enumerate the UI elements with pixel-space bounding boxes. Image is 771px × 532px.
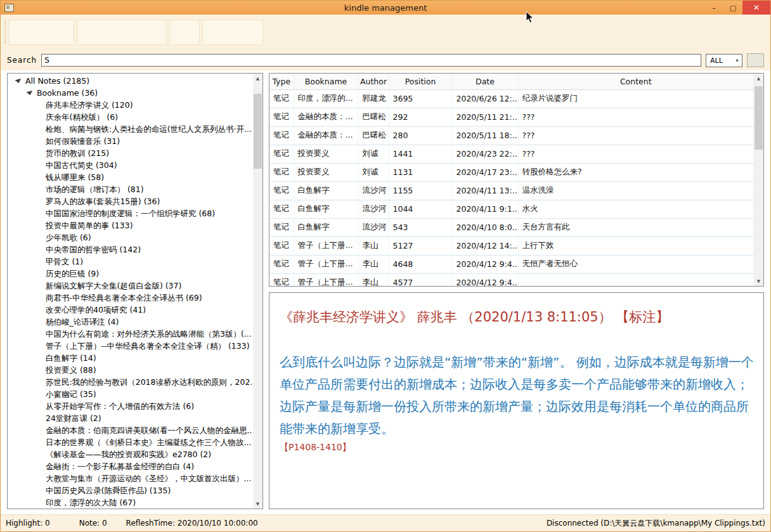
- tree-scrollbar-thumb[interactable]: [254, 94, 262, 169]
- column-header[interactable]: Content: [518, 74, 754, 89]
- table-cell: 笔记: [269, 126, 294, 145]
- table-row[interactable]: 笔记白鱼解字流沙河11552020/4/11 13:...温水洗澡: [269, 181, 754, 200]
- tree-item[interactable]: 枪炮、病菌与钢铁:人类社会的命运(世纪人文系列丛书·开...: [9, 123, 252, 135]
- column-header[interactable]: Type: [269, 74, 294, 89]
- table-row[interactable]: 笔记金融的本质：...巴曙松2802020/5/11 18:...???: [269, 126, 754, 145]
- tree-item[interactable]: 中国为什么有前途：对外经济关系的战略潜能（第3版）(...: [9, 328, 252, 340]
- tree-item[interactable]: 改变心理学的40项研究 (41): [9, 304, 252, 316]
- tree-item[interactable]: 投资中最简单的事 (133): [9, 219, 252, 231]
- toolbar-button-4[interactable]: [202, 20, 263, 45]
- table-cell: 笔记: [269, 145, 294, 163]
- table-cell: 流沙河: [358, 200, 389, 218]
- tree-item[interactable]: 市场的逻辑（增订本） (81): [9, 183, 252, 195]
- filter-dropdown-value: ALL: [710, 56, 723, 65]
- close-button[interactable]: ✕: [742, 1, 770, 15]
- table-cell: 李山: [358, 237, 389, 255]
- table-cell: 1441: [389, 145, 452, 163]
- column-header[interactable]: Bookname: [294, 74, 358, 89]
- tree-item[interactable]: 中国国家治理的制度逻辑：一个组织学研究 (68): [9, 207, 252, 219]
- table-row[interactable]: 笔记金融的本质：...巴曙松2922020/5/11 21:...???: [269, 108, 754, 126]
- table-cell: 巴曙松: [358, 108, 389, 126]
- table-cell: 2020/4/23 22:...: [452, 145, 518, 163]
- tree-item[interactable]: 金融街：一个影子私募基金经理的自白 (4): [9, 460, 252, 472]
- tree-scrollbar[interactable]: ▲ ▼: [253, 74, 262, 509]
- tree-item[interactable]: 杨伯峻_论语译注 (4): [9, 316, 252, 328]
- tree-item[interactable]: 薛兆丰经济学讲义 (120): [9, 99, 252, 111]
- scroll-down-icon[interactable]: ▼: [754, 276, 763, 286]
- tree-item[interactable]: 甲骨文 (1): [9, 256, 252, 268]
- tree-item[interactable]: 罗马人的故事(套装共15册) (36): [9, 195, 252, 207]
- table-row[interactable]: 笔记白鱼解字流沙河5432020/4/10 8:0...天台方言有此: [269, 218, 754, 237]
- tree-item[interactable]: 货币的教训 (215): [9, 147, 252, 159]
- tree-item[interactable]: 白鱼解字 (14): [9, 352, 252, 364]
- filter-dropdown[interactable]: ALL ▾: [706, 54, 742, 67]
- tree-item[interactable]: 《解读基金——我的投资观和实践》e2780 (2): [9, 448, 252, 460]
- table-scrollbar-thumb[interactable]: [755, 86, 763, 150]
- tree-item[interactable]: 中国古代简史 (304): [9, 159, 252, 171]
- table-cell: ???: [518, 108, 754, 126]
- tree-item[interactable]: 历史的巨镜 (9): [9, 268, 252, 280]
- tree-item[interactable]: 投资要义 (88): [9, 364, 252, 376]
- app-icon: [4, 4, 14, 12]
- tree-item[interactable]: 庆余年(精校版） (6): [9, 111, 252, 123]
- tree-item[interactable]: 从零开始学写作：个人增值的有效方法 (6): [9, 400, 252, 412]
- tree-item[interactable]: 少年凯歌 (6): [9, 231, 252, 243]
- window-title: kindle management: [1, 3, 770, 13]
- table-row[interactable]: 笔记管子（上下册...李山51272020/4/12 14:...上行下效: [269, 237, 754, 255]
- column-header[interactable]: Date: [452, 74, 518, 89]
- tree-item[interactable]: 日本的世界观（《剑桥日本史》主编凝练之作三个人物故...: [9, 436, 252, 448]
- tree-item[interactable]: 商君书-中华经典名著全本全注全译丛书 (69): [9, 292, 252, 304]
- note-detail-panel: 《薛兆丰经济学讲义》 薛兆丰 （2020/1/13 8:11:05） 【标注】 …: [269, 292, 764, 509]
- toolbar-button-1[interactable]: [8, 20, 74, 45]
- expander-icon[interactable]: [15, 78, 22, 83]
- table-row[interactable]: 笔记投资要义刘诚11312020/4/17 23:...转股价格怎么来?: [269, 163, 754, 181]
- book-tree: All Notes (2185) Bookname (36) 薛兆丰经济学讲义 …: [9, 75, 252, 507]
- maximize-button[interactable]: ▢: [723, 1, 742, 15]
- tree-root-label: All Notes (2185): [25, 76, 89, 86]
- expander-icon[interactable]: [26, 90, 33, 95]
- tree-item[interactable]: 中央帝国的哲学密码 (142): [9, 243, 252, 256]
- scroll-down-icon[interactable]: ▼: [253, 499, 262, 509]
- table-cell: 2020/5/11 21:...: [452, 108, 518, 126]
- table-row[interactable]: 笔记白鱼解字流沙河10442020/4/11 9:1...水火: [269, 200, 754, 218]
- table-row[interactable]: 笔记管子（上下册...李山45772020/4/12 9:4...: [269, 273, 754, 287]
- table-cell: 无恒产者无恒心: [518, 255, 754, 273]
- tree-item[interactable]: 小窗幽记 (35): [9, 388, 252, 400]
- tree-item[interactable]: 印度，漂浮的次大陆 (67): [9, 496, 252, 507]
- table-cell: 白鱼解字: [294, 200, 358, 218]
- tree-root-all-notes[interactable]: All Notes (2185): [9, 75, 252, 87]
- column-header[interactable]: Author: [358, 74, 389, 89]
- tree-item[interactable]: 24堂财富课 (2): [9, 412, 252, 424]
- book-tree-panel: All Notes (2185) Bookname (36) 薛兆丰经济学讲义 …: [7, 73, 263, 509]
- table-cell: 天台方言有此: [518, 218, 754, 237]
- table-scrollbar[interactable]: ▲ ▼: [754, 74, 763, 286]
- table-cell: 2020/4/12 9:4...: [452, 255, 518, 273]
- toolbar-button-3[interactable]: [169, 20, 200, 45]
- status-refresh-time: RefleshTime: 2020/10/10 10:00:00: [126, 519, 258, 528]
- search-input[interactable]: [41, 54, 701, 67]
- tree-item[interactable]: 中国历史风云录(陈舜臣作品) (135): [9, 484, 252, 496]
- tree-item[interactable]: 苏世民:我的经验与教训（2018读桥水达利欧的原则，202...: [9, 376, 252, 388]
- scroll-up-icon[interactable]: ▲: [754, 74, 763, 83]
- tree-item[interactable]: 如何假装懂音乐 (31): [9, 135, 252, 147]
- table-row[interactable]: 笔记投资要义刘诚14412020/4/23 22:...???: [269, 145, 754, 163]
- column-header[interactable]: Position: [389, 74, 452, 89]
- minimize-button[interactable]: –: [704, 1, 723, 15]
- toolbar-button-2[interactable]: [77, 20, 167, 45]
- table-header-row: TypeBooknameAuthorPositionDateContent: [269, 74, 754, 89]
- table-cell: 李山: [358, 273, 389, 287]
- tree-item[interactable]: 管子（上下册）--中华经典名著全本全注全译（精） (133): [9, 340, 252, 352]
- table-row[interactable]: 笔记印度，漂浮的...郭建龙36952020/6/26 12:...纪录片说婆罗…: [269, 89, 754, 108]
- table-cell: 温水洗澡: [518, 181, 754, 200]
- search-side-button[interactable]: [747, 53, 764, 67]
- table-row[interactable]: 笔记管子（上下册...李山46482020/4/12 9:4...无恒产者无恒心: [269, 255, 754, 273]
- tree-item[interactable]: 金融的本质：伯南克四讲美联储(看一个风云人物的金融思...: [9, 424, 252, 436]
- tree-group-bookname[interactable]: Bookname (36): [9, 87, 252, 99]
- table-cell: 李山: [358, 255, 389, 273]
- table-body: 笔记印度，漂浮的...郭建龙36952020/6/26 12:...纪录片说婆罗…: [269, 89, 754, 287]
- tree-item[interactable]: 钱从哪里来 (58): [9, 171, 252, 183]
- tree-item[interactable]: 大教堂与集市（开源运动的《圣经》，中文版首次出版）...: [9, 472, 252, 484]
- scroll-up-icon[interactable]: ▲: [253, 74, 262, 83]
- tree-item[interactable]: 新编说文解字大全集(超值白金版) (37): [9, 280, 252, 292]
- table-cell: 上行下效: [518, 237, 754, 255]
